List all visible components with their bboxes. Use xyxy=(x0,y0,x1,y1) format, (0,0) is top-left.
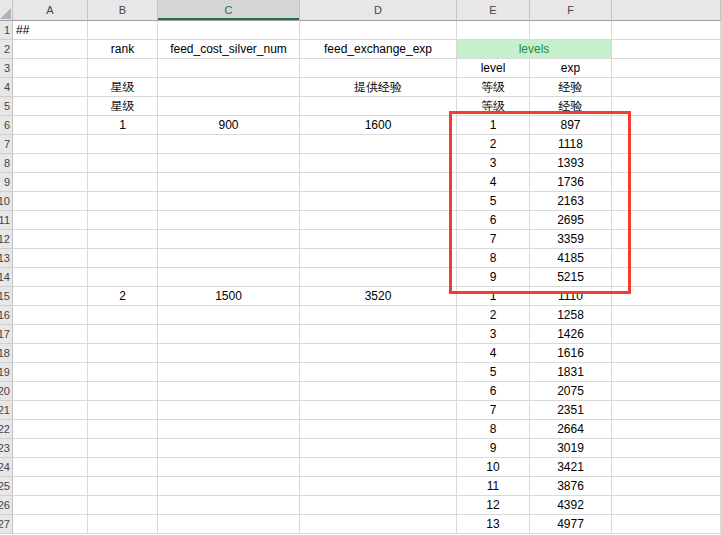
cell-D4[interactable]: 提供经验 xyxy=(300,78,457,97)
row-header-24[interactable]: 24 xyxy=(0,458,13,477)
row-header-10[interactable]: 10 xyxy=(0,192,13,211)
select-all-corner[interactable] xyxy=(0,0,13,21)
cell-B12[interactable] xyxy=(88,230,158,249)
cell-D27[interactable] xyxy=(300,515,457,534)
cell-A10[interactable] xyxy=(13,192,88,211)
cell-D13[interactable] xyxy=(300,249,457,268)
cell-C5[interactable] xyxy=(158,97,300,116)
cell-G2[interactable] xyxy=(612,40,721,59)
cell-F13[interactable]: 4185 xyxy=(530,249,612,268)
column-header-F[interactable]: F xyxy=(530,0,612,21)
cell-F15[interactable]: 1110 xyxy=(530,287,612,306)
cell-F26[interactable]: 4392 xyxy=(530,496,612,515)
cell-G17[interactable] xyxy=(612,325,721,344)
cell-D6[interactable]: 1600 xyxy=(300,116,457,135)
row-header-7[interactable]: 7 xyxy=(0,135,13,154)
row-header-5[interactable]: 5 xyxy=(0,97,13,116)
cell-D15[interactable]: 3520 xyxy=(300,287,457,306)
cell-B22[interactable] xyxy=(88,420,158,439)
cell-F9[interactable]: 1736 xyxy=(530,173,612,192)
cell-A12[interactable] xyxy=(13,230,88,249)
cell-F18[interactable]: 1616 xyxy=(530,344,612,363)
cell-G9[interactable] xyxy=(612,173,721,192)
cell-D11[interactable] xyxy=(300,211,457,230)
cell-B1[interactable] xyxy=(88,21,158,40)
cell-E11[interactable]: 6 xyxy=(457,211,530,230)
cell-C24[interactable] xyxy=(158,458,300,477)
cell-G7[interactable] xyxy=(612,135,721,154)
cell-E9[interactable]: 4 xyxy=(457,173,530,192)
row-header-2[interactable]: 2 xyxy=(0,40,13,59)
cell-G27[interactable] xyxy=(612,515,721,534)
row-header-27[interactable]: 27 xyxy=(0,515,13,534)
cell-C8[interactable] xyxy=(158,154,300,173)
cell-F16[interactable]: 1258 xyxy=(530,306,612,325)
cell-D17[interactable] xyxy=(300,325,457,344)
cell-F19[interactable]: 1831 xyxy=(530,363,612,382)
cell-B15[interactable]: 2 xyxy=(88,287,158,306)
cell-D20[interactable] xyxy=(300,382,457,401)
cell-C10[interactable] xyxy=(158,192,300,211)
cell-F22[interactable]: 2664 xyxy=(530,420,612,439)
row-header-25[interactable]: 25 xyxy=(0,477,13,496)
cell-B6[interactable]: 1 xyxy=(88,116,158,135)
cell-C4[interactable] xyxy=(158,78,300,97)
cell-C25[interactable] xyxy=(158,477,300,496)
column-header-D[interactable]: D xyxy=(300,0,457,21)
cell-E6[interactable]: 1 xyxy=(457,116,530,135)
cell-B5[interactable]: 星级 xyxy=(88,97,158,116)
cell-F4[interactable]: 经验 xyxy=(530,78,612,97)
cell-E21[interactable]: 7 xyxy=(457,401,530,420)
cell-C16[interactable] xyxy=(158,306,300,325)
cell-G13[interactable] xyxy=(612,249,721,268)
cell-G20[interactable] xyxy=(612,382,721,401)
cell-A11[interactable] xyxy=(13,211,88,230)
cell-D25[interactable] xyxy=(300,477,457,496)
cell-A13[interactable] xyxy=(13,249,88,268)
cell-C22[interactable] xyxy=(158,420,300,439)
cell-A21[interactable] xyxy=(13,401,88,420)
cell-B4[interactable]: 星级 xyxy=(88,78,158,97)
cell-E10[interactable]: 5 xyxy=(457,192,530,211)
cell-A7[interactable] xyxy=(13,135,88,154)
row-header-8[interactable]: 8 xyxy=(0,154,13,173)
cell-D12[interactable] xyxy=(300,230,457,249)
cell-A17[interactable] xyxy=(13,325,88,344)
cell-F8[interactable]: 1393 xyxy=(530,154,612,173)
cell-G22[interactable] xyxy=(612,420,721,439)
column-header-B[interactable]: B xyxy=(88,0,158,21)
cell-D16[interactable] xyxy=(300,306,457,325)
row-header-6[interactable]: 6 xyxy=(0,116,13,135)
cell-B9[interactable] xyxy=(88,173,158,192)
cell-B3[interactable] xyxy=(88,59,158,78)
column-header-A[interactable]: A xyxy=(13,0,88,21)
cell-A26[interactable] xyxy=(13,496,88,515)
cell-A14[interactable] xyxy=(13,268,88,287)
cell-G24[interactable] xyxy=(612,458,721,477)
row-header-12[interactable]: 12 xyxy=(0,230,13,249)
cell-E26[interactable]: 12 xyxy=(457,496,530,515)
row-header-3[interactable]: 3 xyxy=(0,59,13,78)
cell-F20[interactable]: 2075 xyxy=(530,382,612,401)
row-header-21[interactable]: 21 xyxy=(0,401,13,420)
cell-A19[interactable] xyxy=(13,363,88,382)
row-header-22[interactable]: 22 xyxy=(0,420,13,439)
cell-C6[interactable]: 900 xyxy=(158,116,300,135)
cell-A1[interactable]: ## xyxy=(13,21,88,40)
cell-G12[interactable] xyxy=(612,230,721,249)
cell-C7[interactable] xyxy=(158,135,300,154)
cell-A20[interactable] xyxy=(13,382,88,401)
cell-G4[interactable] xyxy=(612,78,721,97)
cell-E14[interactable]: 9 xyxy=(457,268,530,287)
cell-F10[interactable]: 2163 xyxy=(530,192,612,211)
cell-B10[interactable] xyxy=(88,192,158,211)
cell-D21[interactable] xyxy=(300,401,457,420)
cell-D23[interactable] xyxy=(300,439,457,458)
cell-C20[interactable] xyxy=(158,382,300,401)
cell-B11[interactable] xyxy=(88,211,158,230)
cell-E3[interactable]: level xyxy=(457,59,530,78)
cell-C14[interactable] xyxy=(158,268,300,287)
row-header-26[interactable]: 26 xyxy=(0,496,13,515)
cell-D22[interactable] xyxy=(300,420,457,439)
cell-E24[interactable]: 10 xyxy=(457,458,530,477)
